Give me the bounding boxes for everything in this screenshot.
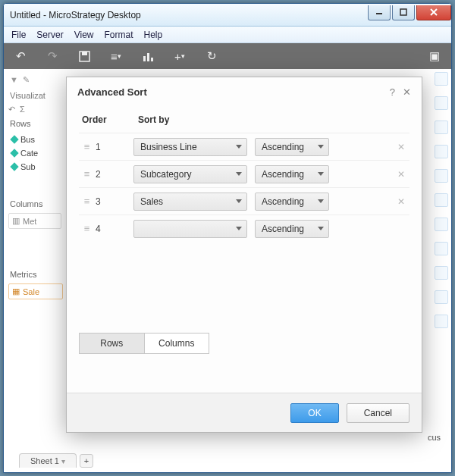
save-icon[interactable]: [77, 49, 92, 64]
window-title: Untitled - MicroStrategy Desktop: [10, 10, 366, 20]
viz-type-icon[interactable]: [435, 193, 448, 207]
data-icon[interactable]: ≡▾: [108, 49, 124, 64]
chevron-down-icon: [236, 172, 242, 176]
svg-rect-7: [147, 53, 149, 61]
drag-handle-icon[interactable]: ≡: [79, 223, 96, 234]
toggle-columns[interactable]: Columns: [145, 334, 209, 353]
close-button[interactable]: [416, 5, 451, 20]
chevron-down-icon: [236, 227, 242, 230]
chevron-down-icon: [318, 172, 324, 176]
drag-handle-icon[interactable]: ≡: [79, 196, 96, 207]
viz-type-icon[interactable]: [435, 145, 448, 158]
sigma-icon[interactable]: Σ: [20, 105, 25, 114]
undo-icon[interactable]: ↶: [13, 49, 28, 64]
metric-chip[interactable]: ▦Sale: [8, 283, 63, 299]
menu-server[interactable]: Server: [36, 30, 63, 40]
sheet-tab[interactable]: Sheet 1 ▾: [19, 453, 77, 468]
menu-format[interactable]: Format: [104, 30, 133, 40]
chart-icon[interactable]: [140, 49, 155, 64]
viz-gallery: [433, 72, 450, 328]
dialog-titlebar[interactable]: Advanced Sort ? ✕: [67, 77, 422, 104]
viz-type-icon[interactable]: [435, 242, 448, 255]
sortby-dropdown[interactable]: Sales: [133, 193, 247, 211]
row-chip[interactable]: Cate: [8, 146, 63, 160]
sales-icon: ▦: [12, 287, 20, 296]
ok-button[interactable]: OK: [290, 403, 338, 423]
dialog-body: Order Sort by ≡ 1 Business Line Ascendin…: [67, 104, 422, 393]
viz-type-icon[interactable]: [435, 121, 448, 134]
sort-row: ≡ 3 Sales Ascending ✕: [79, 187, 410, 215]
menu-file[interactable]: File: [11, 30, 26, 40]
sort-row: ≡ 4 Ascending ✕: [79, 215, 410, 242]
svg-rect-5: [82, 52, 87, 55]
editor-icon[interactable]: ✎: [23, 75, 30, 85]
viz-type-icon[interactable]: [435, 72, 448, 86]
viz-type-icon[interactable]: [435, 96, 448, 110]
sortby-dropdown[interactable]: [133, 220, 247, 238]
menubar: File Server View Format Help: [4, 27, 451, 43]
order-number: 2: [96, 169, 133, 180]
chevron-down-icon: [318, 227, 324, 230]
maximize-button[interactable]: [392, 5, 415, 20]
svg-rect-8: [151, 58, 153, 61]
window-buttons: [366, 5, 451, 22]
add-icon[interactable]: +▾: [172, 49, 187, 64]
close-icon[interactable]: ✕: [403, 86, 411, 98]
order-number: 4: [96, 224, 133, 234]
sortby-dropdown[interactable]: Business Line: [133, 138, 247, 156]
viz-type-icon[interactable]: [435, 266, 448, 280]
direction-dropdown[interactable]: Ascending: [255, 193, 329, 211]
diamond-icon: [10, 162, 18, 171]
chevron-down-icon[interactable]: ▾: [61, 457, 65, 465]
cus-label: cus: [428, 433, 441, 442]
titlebar[interactable]: Untitled - MicroStrategy Desktop: [4, 4, 451, 27]
add-sheet-button[interactable]: +: [80, 454, 93, 468]
sortby-header: Sort by: [133, 114, 410, 125]
remove-row-button[interactable]: ✕: [329, 169, 410, 180]
chevron-down-icon: [236, 145, 242, 149]
sort-row: ≡ 2 Subcategory Ascending ✕: [79, 160, 410, 187]
direction-dropdown[interactable]: Ascending: [255, 165, 329, 183]
column-headers: Order Sort by: [79, 110, 410, 133]
row-chip[interactable]: Sub: [8, 160, 63, 174]
viz-type-icon[interactable]: [435, 169, 448, 183]
layout-icon[interactable]: ▣: [427, 49, 442, 64]
menu-help[interactable]: Help: [144, 30, 163, 40]
svg-rect-1: [400, 9, 406, 15]
rows-section-label: Rows: [5, 116, 66, 131]
rows-columns-toggle: Rows Columns: [79, 333, 209, 354]
viz-type-icon[interactable]: [435, 218, 448, 231]
remove-row-button[interactable]: ✕: [329, 196, 410, 207]
toggle-rows[interactable]: Rows: [80, 334, 145, 353]
sort-row: ≡ 1 Business Line Ascending ✕: [79, 133, 410, 160]
refresh-icon[interactable]: ↻: [204, 49, 219, 64]
row-chip[interactable]: Bus: [8, 133, 63, 146]
chevron-down-icon: [318, 199, 324, 203]
dialog-title: Advanced Sort: [77, 86, 147, 98]
viz-type-icon[interactable]: [435, 315, 448, 328]
cancel-button[interactable]: Cancel: [347, 403, 410, 423]
direction-dropdown[interactable]: Ascending: [255, 138, 329, 156]
metric-icon: ▥: [12, 216, 20, 226]
chevron-down-icon: [236, 199, 242, 203]
minimize-button[interactable]: [368, 5, 391, 20]
order-header: Order: [79, 114, 133, 125]
metrics-section-label: Metrics: [5, 267, 66, 282]
order-number: 1: [96, 142, 133, 152]
app-window: Untitled - MicroStrategy Desktop File Se…: [3, 3, 452, 473]
sheet-tabs: Sheet 1 ▾ +: [19, 453, 93, 468]
help-icon[interactable]: ?: [390, 86, 395, 98]
undo-small-icon[interactable]: ↶: [8, 105, 15, 114]
remove-row-button[interactable]: ✕: [329, 142, 410, 152]
redo-icon[interactable]: ↷: [45, 49, 60, 64]
diamond-icon: [10, 135, 18, 143]
drag-handle-icon[interactable]: ≡: [79, 141, 96, 152]
menu-view[interactable]: View: [74, 30, 94, 40]
filter-icon[interactable]: ▼: [10, 75, 18, 85]
drag-handle-icon[interactable]: ≡: [79, 168, 96, 180]
direction-dropdown[interactable]: Ascending: [255, 220, 329, 238]
svg-rect-6: [143, 56, 146, 61]
column-chip[interactable]: ▥Met: [8, 213, 61, 229]
viz-type-icon[interactable]: [435, 290, 448, 304]
sortby-dropdown[interactable]: Subcategory: [133, 165, 247, 183]
